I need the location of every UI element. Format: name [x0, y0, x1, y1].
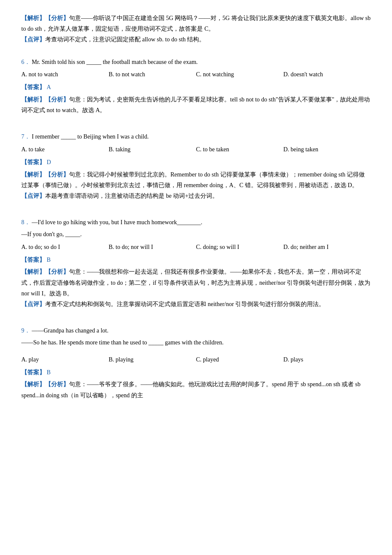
dianyp-content-8: 考查不定式结构和倒装句。注意掌握动词不定式做后置定语和 neither/nor … — [45, 301, 325, 307]
q8-option-a: A. to do; so do I — [21, 242, 109, 252]
analysis-content-6: 句意：因为考试，史密斯先生告诉他的儿子不要看足球比赛。tell sb not t… — [21, 96, 370, 113]
dianyp-tag-8: 【点评】 — [21, 301, 45, 307]
q7-option-a: A. to take — [21, 145, 109, 155]
jiexi-tag-8: 【解析】 — [21, 269, 45, 275]
answer-tag-9: 【答案】 — [21, 369, 45, 376]
question-7-analysis: 【解析】【分析】句意：我记得小时候被带到过北京的。Remember to do … — [21, 169, 371, 191]
fenxi-tag-8: 【分析】 — [45, 269, 69, 275]
question-9-line1: 9． ——Grandpa has changed a lot. — [21, 326, 371, 336]
answer-tag-8: 【答案】 — [21, 257, 45, 263]
q8-option-b: B. to do; nor will I — [109, 242, 196, 252]
answer-tag-7: 【答案】 — [21, 159, 45, 165]
question-8-analysis: 【解析】【分析】句意：——我很想和你一起去远足，但我还有很多作业要做。——如果你… — [21, 266, 371, 299]
question-6-number: 6． — [21, 59, 30, 65]
question-7-options: A. to take B. taking C. to be taken D. b… — [21, 145, 371, 155]
question-8-number: 8． — [21, 219, 30, 225]
dianyp-content-7: 本题考查非谓语动词，注意被动语态的结构是 be 动词+过去分词。 — [45, 193, 218, 199]
q8-option-c: C. doing; so will I — [196, 242, 283, 252]
question-9-number: 9． — [21, 327, 30, 334]
answer-value-9: B — [47, 369, 51, 376]
question-9-options: A. play B. playing C. played D. plays — [21, 355, 371, 365]
question-6-answer: 【答案】 A — [21, 82, 371, 92]
q9-option-d: D. plays — [283, 355, 371, 365]
question-8-line2: —If you don't go, _____. — [21, 229, 371, 240]
question-7-section: 7． I remember _____ to Beijing when I wa… — [21, 127, 371, 201]
analysis-content-8: 句意：——我很想和你一起去远足，但我还有很多作业要做。——如果你不去，我也不去。… — [21, 269, 370, 296]
q9-option-b: B. playing — [109, 355, 196, 365]
analysis-content: 句意——你听说了中国正在建造全国 5G 网络吗？——对，5G 将会让我们比原来更… — [21, 15, 371, 32]
dianyp-tag-7: 【点评】 — [21, 193, 45, 199]
question-9-dialog2: ——So he has. He spends more time than he… — [21, 339, 224, 346]
question-9-answer: 【答案】 B — [21, 367, 371, 378]
q9-option-a: A. play — [21, 355, 109, 365]
question-7-body: I remember _____ to Beijing when I was a… — [32, 133, 149, 140]
jiexi-tag-6: 【解析】 — [21, 96, 45, 103]
question-9-line2: ——So he has. He spends more time than he… — [21, 338, 371, 348]
fenxi-tag: 【分析】 — [45, 15, 69, 21]
question-7-answer: 【答案】 D — [21, 157, 371, 168]
question-8-dialog2: —If you don't go, _____. — [21, 231, 82, 237]
question-8-dialog1: —I'd love to go hiking with you, but I h… — [32, 219, 202, 225]
q7-option-c: C. to be taken — [196, 145, 283, 155]
question-6-text: 6． Mr. Smith told his son _____ the foot… — [21, 57, 371, 67]
question-6-section: 6． Mr. Smith told his son _____ the foot… — [21, 57, 371, 116]
question-7-number: 7． — [21, 133, 30, 140]
question-8-options: A. to do; so do I B. to do; nor will I C… — [21, 242, 371, 252]
fenxi-tag-9: 【分析】 — [45, 381, 69, 387]
question-8-section: 8． —I'd love to go hiking with you, but … — [21, 213, 371, 309]
fenxi-tag-7: 【分析】 — [45, 171, 69, 178]
answer-value-8: B — [47, 257, 51, 263]
answer-value-6: A — [47, 84, 51, 90]
question-9-dialog1: ——Grandpa has changed a lot. — [32, 327, 109, 334]
analysis-content-9: 句意：——爷爷变了很多。——他确实如此。他玩游戏比过去用的时间多了。spend … — [21, 381, 360, 398]
q9-option-c: C. played — [196, 355, 283, 365]
dianyp-content: 考查动词不定式，注意识记固定搭配 allow sb. to do sth 结构。 — [45, 36, 205, 43]
question-6-options: A. not to watch B. to not watch C. not w… — [21, 69, 371, 80]
q7-option-d: D. being taken — [283, 145, 371, 155]
prev-dianyp-text: 【点评】考查动词不定式，注意识记固定搭配 allow sb. to do sth… — [21, 34, 371, 45]
jiexi-tag-7: 【解析】 — [21, 171, 45, 178]
question-7-text: 7． I remember _____ to Beijing when I wa… — [21, 132, 371, 142]
answer-value-7: D — [47, 159, 51, 165]
prev-analysis-text: 【解析】【分析】句意——你听说了中国正在建造全国 5G 网络吗？——对，5G 将… — [21, 13, 371, 34]
question-9-analysis: 【解析】【分析】句意：——爷爷变了很多。——他确实如此。他玩游戏比过去用的时间多… — [21, 379, 371, 400]
q6-option-d: D. doesn't watch — [283, 69, 371, 80]
q7-option-b: B. taking — [109, 145, 196, 155]
prev-analysis-section: 【解析】【分析】句意——你听说了中国正在建造全国 5G 网络吗？——对，5G 将… — [21, 13, 371, 45]
jiexi-tag-9: 【解析】 — [21, 381, 45, 387]
q6-option-b: B. to not watch — [109, 69, 196, 80]
q6-option-a: A. not to watch — [21, 69, 109, 80]
answer-tag-6: 【答案】 — [21, 84, 45, 90]
analysis-content-7: 句意：我记得小时候被带到过北京的。Remember to do sth 记得要做… — [21, 171, 365, 188]
question-9-section: 9． ——Grandpa has changed a lot. ——So he … — [21, 321, 371, 401]
dianyp-tag: 【点评】 — [21, 36, 45, 43]
question-8-dianyp: 【点评】考查不定式结构和倒装句。注意掌握动词不定式做后置定语和 neither/… — [21, 299, 371, 309]
question-7-dianyp: 【点评】本题考查非谓语动词，注意被动语态的结构是 be 动词+过去分词。 — [21, 191, 371, 201]
question-6-body: Mr. Smith told his son _____ the footbal… — [32, 59, 198, 65]
question-8-answer: 【答案】 B — [21, 255, 371, 265]
fenxi-tag-6: 【分析】 — [45, 96, 69, 103]
question-6-analysis: 【解析】【分析】句意：因为考试，史密斯先生告诉他的儿子不要看足球比赛。tell … — [21, 94, 371, 116]
question-8-line1: 8． —I'd love to go hiking with you, but … — [21, 217, 371, 228]
q8-option-d: D. do; neither am I — [283, 242, 371, 252]
jiexi-tag: 【解析】 — [21, 15, 45, 21]
q6-option-c: C. not watching — [196, 69, 283, 80]
